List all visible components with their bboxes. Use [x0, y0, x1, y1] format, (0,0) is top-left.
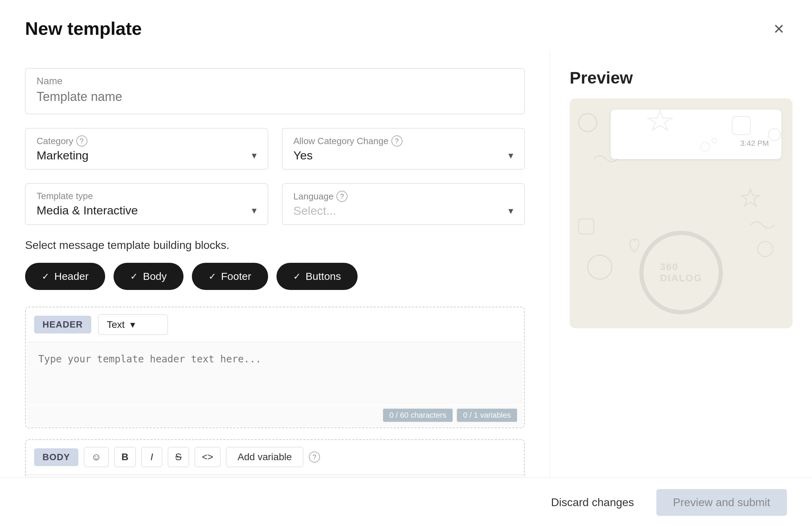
- header-tag: HEADER: [34, 316, 91, 333]
- body-section: BODY ☺ B I S <> Add variable ?: [25, 439, 525, 478]
- svg-point-2: [588, 255, 612, 279]
- language-chevron-icon: ▾: [508, 205, 513, 217]
- modal-body: Name Category ? Marketing ▾: [0, 52, 812, 478]
- header-char-count: 0 / 60 characters: [383, 409, 453, 422]
- allow-change-chevron-icon: ▾: [508, 150, 513, 161]
- category-chevron-icon: ▾: [252, 150, 257, 161]
- header-section: HEADER Text ▾ 0 / 60 characters 0 / 1 va…: [25, 307, 525, 428]
- header-char-count-row: 0 / 60 characters 0 / 1 variables: [27, 406, 523, 426]
- header-type-select[interactable]: Text ▾: [98, 314, 168, 335]
- category-label: Category ?: [37, 135, 257, 147]
- footer-block-label: Footer: [221, 270, 251, 282]
- bold-button[interactable]: B: [114, 447, 136, 467]
- category-select-row: Marketing ▾: [37, 149, 257, 162]
- buttons-check-icon: ✓: [293, 271, 301, 282]
- code-button[interactable]: <>: [195, 447, 221, 467]
- blocks-label: Select message template building blocks.: [25, 239, 525, 252]
- header-type-value: Text: [107, 319, 125, 330]
- allow-change-help-icon[interactable]: ?: [391, 135, 403, 147]
- template-type-select-row: Media & Interactive ▾: [37, 204, 257, 217]
- language-select-row: Select... ▾: [294, 204, 514, 218]
- svg-marker-7: [741, 189, 759, 206]
- footer-check-icon: ✓: [209, 271, 216, 282]
- body-help-icon[interactable]: ?: [309, 451, 320, 463]
- buttons-block-label: Buttons: [306, 270, 341, 282]
- category-value: Marketing: [37, 149, 88, 162]
- add-variable-button[interactable]: Add variable: [226, 447, 303, 467]
- preview-watermark: 360DIALOG: [639, 231, 723, 314]
- language-help-icon[interactable]: ?: [336, 191, 348, 202]
- header-block-label: Header: [54, 270, 88, 282]
- header-textarea[interactable]: [27, 342, 523, 404]
- svg-rect-5: [579, 219, 594, 234]
- buttons-block-button[interactable]: ✓ Buttons: [276, 263, 358, 290]
- allow-change-select-row: Yes ▾: [294, 149, 514, 162]
- header-check-icon: ✓: [42, 271, 49, 282]
- header-type-chevron-icon: ▾: [130, 319, 135, 330]
- body-toolbar: BODY ☺ B I S <> Add variable ?: [26, 440, 524, 474]
- name-field-wrapper: Name: [25, 68, 525, 114]
- template-type-select-wrapper[interactable]: Template type Media & Interactive ▾: [25, 183, 268, 225]
- svg-point-0: [579, 113, 597, 132]
- header-toolbar: HEADER Text ▾: [26, 307, 524, 342]
- category-row: Category ? Marketing ▾ Allow Category Ch…: [25, 128, 525, 170]
- modal-footer: Discard changes Preview and submit: [0, 478, 812, 527]
- header-var-count: 0 / 1 variables: [457, 409, 517, 422]
- preview-phone: 3:42 PM 360DIALOG: [570, 99, 793, 328]
- watermark-logo: 360DIALOG: [639, 231, 723, 314]
- template-type-chevron-icon: ▾: [252, 205, 257, 216]
- bubble-content: [623, 121, 769, 135]
- preview-bubble: 3:42 PM: [611, 110, 781, 159]
- preview-time: 3:42 PM: [623, 139, 769, 148]
- type-language-row: Template type Media & Interactive ▾ Lang…: [25, 183, 525, 225]
- body-check-icon: ✓: [130, 271, 138, 282]
- name-input[interactable]: [37, 89, 513, 104]
- language-select-wrapper[interactable]: Language ? Select... ▾: [282, 183, 525, 225]
- header-textarea-wrapper: 0 / 60 characters 0 / 1 variables: [26, 342, 524, 427]
- template-type-label: Template type: [37, 191, 257, 202]
- submit-button[interactable]: Preview and submit: [656, 489, 787, 516]
- discard-button[interactable]: Discard changes: [540, 489, 645, 516]
- footer-block-button[interactable]: ✓ Footer: [192, 263, 268, 290]
- blocks-row: ✓ Header ✓ Body ✓ Footer ✓ Buttons: [25, 263, 525, 290]
- modal-title: New template: [25, 18, 142, 39]
- body-block-label: Body: [143, 270, 166, 282]
- body-block-button[interactable]: ✓ Body: [114, 263, 183, 290]
- header-block-button[interactable]: ✓ Header: [25, 263, 105, 290]
- left-panel: Name Category ? Marketing ▾: [0, 52, 550, 478]
- body-tag: BODY: [34, 448, 78, 466]
- language-placeholder: Select...: [294, 204, 336, 218]
- emoji-button[interactable]: ☺: [84, 447, 109, 467]
- italic-button[interactable]: I: [141, 447, 162, 467]
- category-select-wrapper[interactable]: Category ? Marketing ▾: [25, 128, 268, 170]
- strikethrough-button[interactable]: S: [168, 447, 189, 467]
- allow-change-label: Allow Category Change ?: [294, 135, 514, 147]
- allow-change-value: Yes: [294, 149, 313, 162]
- template-type-value: Media & Interactive: [37, 204, 138, 217]
- category-help-icon[interactable]: ?: [76, 135, 87, 147]
- modal-header: New template ×: [0, 0, 812, 52]
- right-panel: Preview: [550, 52, 812, 478]
- name-label: Name: [37, 76, 513, 87]
- close-button[interactable]: ×: [771, 17, 787, 40]
- allow-change-select-wrapper[interactable]: Allow Category Change ? Yes ▾: [282, 128, 525, 170]
- preview-title: Preview: [570, 68, 793, 87]
- body-textarea[interactable]: [26, 474, 524, 478]
- svg-point-3: [758, 242, 773, 257]
- language-label: Language ?: [294, 191, 514, 202]
